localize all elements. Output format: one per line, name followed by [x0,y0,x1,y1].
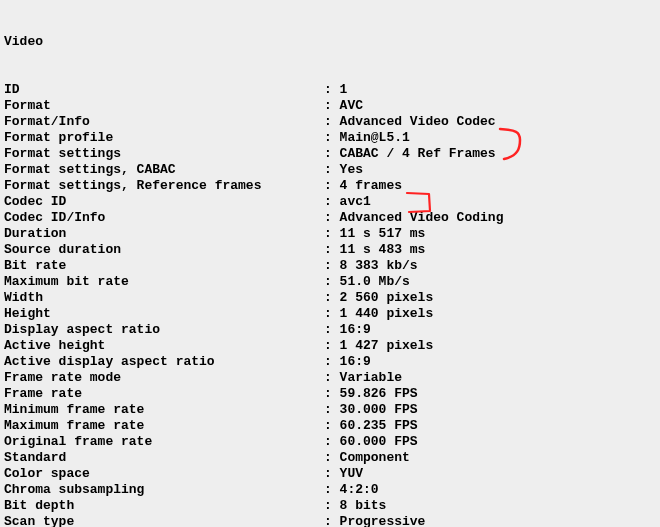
info-label: Format settings, CABAC [4,162,324,178]
info-value: : 1 [324,82,347,98]
info-value: : Main@L5.1 [324,130,410,146]
info-value: : Advanced Video Coding [324,210,503,226]
info-value: : avc1 [324,194,371,210]
info-value: : Advanced Video Codec [324,114,496,130]
section-title: Video [4,34,656,50]
info-row: Minimum frame rate: 30.000 FPS [4,402,656,418]
info-label: Maximum frame rate [4,418,324,434]
info-value: : Component [324,450,410,466]
info-label: Bit rate [4,258,324,274]
info-row: Width: 2 560 pixels [4,290,656,306]
info-value: : 16:9 [324,354,371,370]
info-row: Bit depth: 8 bits [4,498,656,514]
info-label: Original frame rate [4,434,324,450]
info-label: Format settings, Reference frames [4,178,324,194]
info-value: : 60.000 FPS [324,434,418,450]
info-label: Chroma subsampling [4,482,324,498]
info-label: Source duration [4,242,324,258]
info-row: Active display aspect ratio: 16:9 [4,354,656,370]
info-label: Frame rate mode [4,370,324,386]
info-value: : 2 560 pixels [324,290,433,306]
info-value: : 1 427 pixels [324,338,433,354]
info-label: Format settings [4,146,324,162]
info-row: Display aspect ratio: 16:9 [4,322,656,338]
info-row: ID: 1 [4,82,656,98]
info-value: : 16:9 [324,322,371,338]
info-row: Format profile: Main@L5.1 [4,130,656,146]
info-label: Format [4,98,324,114]
info-row: Duration: 11 s 517 ms [4,226,656,242]
info-row: Chroma subsampling: 4:2:0 [4,482,656,498]
info-row: Maximum bit rate: 51.0 Mb/s [4,274,656,290]
info-value: : 11 s 483 ms [324,242,425,258]
info-row: Frame rate: 59.826 FPS [4,386,656,402]
info-value: : 4 frames [324,178,402,194]
info-value: : 4:2:0 [324,482,379,498]
info-label: Format/Info [4,114,324,130]
info-label: Format profile [4,130,324,146]
info-row: Format: AVC [4,98,656,114]
info-value: : 1 440 pixels [324,306,433,322]
info-label: Maximum bit rate [4,274,324,290]
info-value: : 51.0 Mb/s [324,274,410,290]
info-label: Frame rate [4,386,324,402]
info-value: : 8 bits [324,498,386,514]
info-value: : 60.235 FPS [324,418,418,434]
info-value: : 11 s 517 ms [324,226,425,242]
info-label: Color space [4,466,324,482]
info-label: Active display aspect ratio [4,354,324,370]
info-row: Source duration: 11 s 483 ms [4,242,656,258]
info-row: Active height: 1 427 pixels [4,338,656,354]
info-row: Frame rate mode: Variable [4,370,656,386]
info-row: Standard: Component [4,450,656,466]
info-label: Bit depth [4,498,324,514]
section-title-text: Video [4,34,43,49]
info-value: : Progressive [324,514,425,527]
info-row: Format settings: CABAC / 4 Ref Frames [4,146,656,162]
info-row: Codec ID/Info: Advanced Video Coding [4,210,656,226]
info-value: : Yes [324,162,363,178]
info-value: : CABAC / 4 Ref Frames [324,146,496,162]
info-row: Height: 1 440 pixels [4,306,656,322]
info-value: : YUV [324,466,363,482]
info-row: Codec ID: avc1 [4,194,656,210]
info-label: Standard [4,450,324,466]
info-label: Active height [4,338,324,354]
info-row: Color space: YUV [4,466,656,482]
info-label: Duration [4,226,324,242]
info-label: Minimum frame rate [4,402,324,418]
info-value: : 30.000 FPS [324,402,418,418]
info-label: Codec ID [4,194,324,210]
info-row: Format settings, CABAC: Yes [4,162,656,178]
info-value: : 8 383 kb/s [324,258,418,274]
info-value: : 59.826 FPS [324,386,418,402]
info-label: Height [4,306,324,322]
info-label: ID [4,82,324,98]
info-row: Scan type: Progressive [4,514,656,527]
info-label: Display aspect ratio [4,322,324,338]
info-label: Scan type [4,514,324,527]
info-label: Width [4,290,324,306]
info-row: Format/Info: Advanced Video Codec [4,114,656,130]
info-value: : AVC [324,98,363,114]
info-label: Codec ID/Info [4,210,324,226]
mediainfo-text-block: Video ID: 1Format: AVCFormat/Info: Advan… [0,0,660,527]
info-row: Original frame rate: 60.000 FPS [4,434,656,450]
info-row: Maximum frame rate: 60.235 FPS [4,418,656,434]
info-row: Format settings, Reference frames: 4 fra… [4,178,656,194]
info-value: : Variable [324,370,402,386]
info-row: Bit rate: 8 383 kb/s [4,258,656,274]
